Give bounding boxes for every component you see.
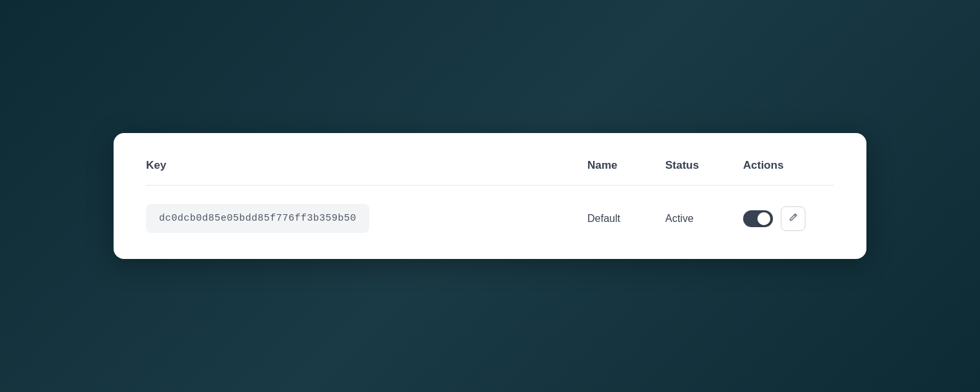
column-header-status: Status <box>665 159 743 172</box>
edit-button[interactable] <box>781 206 805 231</box>
toggle-thumb <box>757 212 770 225</box>
column-header-key: Key <box>146 159 587 172</box>
column-header-actions: Actions <box>743 159 834 172</box>
toggle-track <box>743 210 773 227</box>
table-row: dc0dcb0d85e05bdd85f776ff3b359b50 Default… <box>146 186 834 233</box>
key-cell: dc0dcb0d85e05bdd85f776ff3b359b50 <box>146 204 587 233</box>
api-keys-card: Key Name Status Actions dc0dcb0d85e05bdd… <box>114 133 866 259</box>
edit-icon <box>788 212 798 225</box>
name-cell: Default <box>587 213 665 225</box>
status-cell: Active <box>665 213 743 225</box>
api-key-value: dc0dcb0d85e05bdd85f776ff3b359b50 <box>146 204 369 233</box>
actions-cell <box>743 206 834 231</box>
toggle-active[interactable] <box>743 210 773 227</box>
table-header: Key Name Status Actions <box>146 159 834 186</box>
column-header-name: Name <box>587 159 665 172</box>
